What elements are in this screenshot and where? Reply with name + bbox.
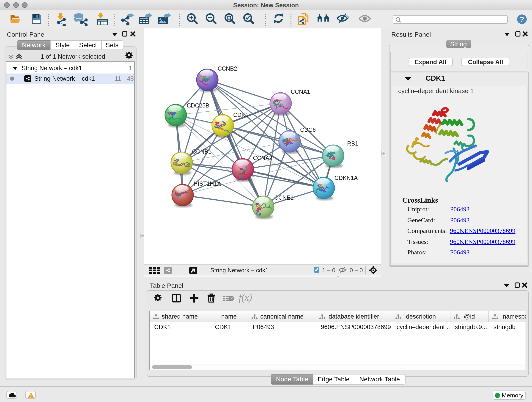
svg-text:RB1: RB1 <box>347 140 358 147</box>
svg-text:CDC25B: CDC25B <box>187 102 209 109</box>
svg-text:HIST1H1A: HIST1H1A <box>194 180 221 187</box>
svg-text:CDK1: CDK1 <box>233 112 249 118</box>
svg-text:CDC6: CDC6 <box>300 127 316 133</box>
svg-text:CCNB1: CCNB1 <box>192 148 211 155</box>
svg-text:CDKN1A: CDKN1A <box>335 175 358 181</box>
svg-text:?: ? <box>520 15 524 23</box>
svg-text:CCNB2: CCNB2 <box>218 65 237 72</box>
svg-text:CCNA2: CCNA2 <box>253 155 272 161</box>
svg-text:CCNE1: CCNE1 <box>274 194 294 201</box>
svg-text:CCNA1: CCNA1 <box>291 89 310 95</box>
